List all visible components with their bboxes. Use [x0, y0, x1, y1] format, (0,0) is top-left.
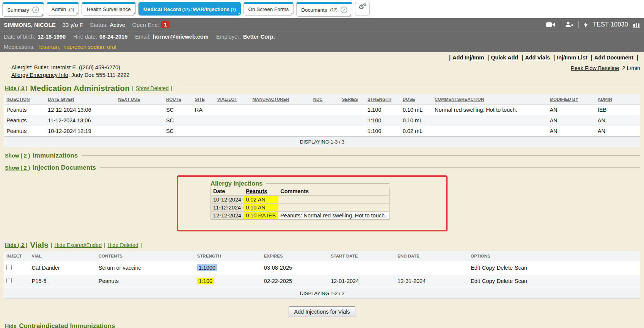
popout-icon[interactable]: ↗: [341, 6, 347, 13]
tab-medical-record-label: Medical Record (17) :MAR/Injections (7): [143, 6, 236, 12]
allergy-col-date: Date: [211, 187, 244, 196]
section-immunizations-header: Show ( 2 ) Immunizations: [4, 152, 640, 159]
tab-admin[interactable]: Admin (4): [47, 2, 79, 16]
mar-col-route[interactable]: ROUTE: [166, 97, 181, 102]
edit-link[interactable]: Edit: [471, 265, 480, 271]
strength-highlight-yellow: 1:100: [197, 278, 214, 284]
mar-col-dose[interactable]: DOSE: [403, 97, 415, 102]
lightning-icon[interactable]: [584, 22, 588, 28]
admin-initials-link[interactable]: AN: [258, 197, 265, 203]
tab-summary[interactable]: Summary ↗: [2, 2, 44, 17]
allergy-emergency-link[interactable]: Allergy Emergency Info: [11, 72, 68, 78]
vials-col-expires[interactable]: EXPIRES: [264, 254, 283, 258]
dose-link[interactable]: 0.10: [246, 212, 256, 219]
table-row[interactable]: Peanuts 12-12-2024 13:06 SC RA 1:100 0.1…: [4, 104, 641, 115]
popout-icon[interactable]: ↗: [32, 6, 39, 13]
section-injection-documents-header: Show ( 2 ) Injection Documents: [4, 164, 640, 172]
divider: [560, 21, 560, 28]
mar-col-admin[interactable]: ADMIN: [598, 97, 612, 102]
delete-link[interactable]: Delete: [497, 278, 513, 284]
medication-link[interactable]: losartan: [39, 44, 62, 50]
copy-link[interactable]: Copy: [482, 265, 495, 271]
vials-col-strength[interactable]: STRENGTH: [197, 254, 221, 258]
quick-add-link[interactable]: Quick Add: [491, 55, 518, 61]
mar-col-injection[interactable]: INJECTION: [6, 97, 30, 102]
table-row: Cat Dander Serum or vaccine 1:1000 03-08…: [4, 261, 641, 275]
copy-link[interactable]: Copy: [482, 278, 495, 284]
delete-link[interactable]: Delete: [497, 265, 513, 271]
mar-header-row: INJECTION DATE GIVEN NEXT DUE ROUTE SITE…: [4, 94, 641, 105]
tab-admin-count: (4): [69, 7, 74, 12]
vials-hide-toggle[interactable]: Hide ( 2 ): [5, 242, 27, 248]
dose-link[interactable]: 0.02: [246, 197, 256, 203]
inj-imm-list-link[interactable]: Inj/Imm List: [557, 55, 587, 61]
contraindicated-hide-toggle[interactable]: Hide: [5, 323, 16, 328]
mar-col-comments[interactable]: COMMENTS/REACTION: [435, 97, 484, 102]
mar-col-ndc[interactable]: NDC: [313, 97, 323, 102]
mar-col-vial-lot[interactable]: VIAL/LOT: [217, 97, 237, 102]
mar-col-manufacturer[interactable]: MANUFACTURER: [253, 97, 289, 102]
scan-link[interactable]: Scan: [515, 278, 527, 284]
peak-flow-baseline: Peak Flow Baseline2 L/min: [447, 65, 640, 71]
allergy-emergency-value: Judy Doe 555-111-2222: [71, 72, 129, 78]
mar-col-next-due[interactable]: NEXT DUE: [118, 97, 140, 102]
tab-documents[interactable]: Documents (12) ↗: [296, 2, 352, 17]
peak-flow-baseline-link[interactable]: Peak Flow Baseline: [571, 65, 619, 71]
inject-checkbox[interactable]: [6, 265, 12, 270]
mar-col-series[interactable]: SERIES: [342, 97, 358, 102]
vials-displaying-count: DISPLAYING 1-2 / 2: [4, 288, 641, 298]
allergist-link[interactable]: Allergist: [11, 64, 31, 70]
add-document-link[interactable]: Add Document: [594, 55, 633, 61]
video-camera-icon[interactable]: [546, 22, 555, 27]
medication-link[interactable]: naproxen sodium oral: [63, 44, 116, 50]
tab-medical-record[interactable]: Medical Record (17) :MAR/Injections (7): [138, 2, 241, 16]
hide-deleted-link[interactable]: Hide Deleted: [108, 242, 138, 248]
mar-hide-toggle[interactable]: Hide ( 3 ): [5, 85, 27, 91]
scan-link[interactable]: Scan: [515, 265, 527, 271]
immunizations-show-toggle[interactable]: Show ( 2 ): [5, 153, 30, 159]
tab-on-screen-forms[interactable]: On Screen Forms: [243, 2, 294, 16]
patient-employer: Employer: Better Corp.: [216, 34, 275, 40]
add-injections-for-vials-button[interactable]: Add Injections for Vials: [289, 306, 355, 317]
injection-documents-show-toggle[interactable]: Show ( 2 ): [5, 165, 30, 171]
tab-health-surveillance[interactable]: Health Surveillance: [82, 2, 135, 16]
edit-link[interactable]: Edit: [471, 278, 480, 284]
show-deleted-link[interactable]: Show Deleted: [136, 85, 169, 91]
add-user-icon[interactable]: [565, 22, 573, 28]
date-of-birth: Date of birth: 12-18-1990: [4, 34, 66, 40]
patient-header-tools: TEST-10030: [546, 21, 640, 28]
inject-checkbox[interactable]: [6, 278, 12, 283]
mar-col-date-given[interactable]: DATE GIVEN: [48, 97, 74, 102]
settings-button[interactable]: ⚙ ⚙: [355, 2, 370, 16]
open-encounter: Open Enc: 1: [132, 21, 170, 28]
webchart-mar-page: Summary ↗ Admin (4) Health Surveillance …: [0, 0, 644, 328]
mar-col-site[interactable]: SITE: [195, 97, 205, 102]
table-row[interactable]: Peanuts 11-12-2024 13:06 SC 1:100 0.10 m…: [4, 115, 641, 126]
medications-label: Medications:: [4, 44, 35, 50]
mar-col-modified-by[interactable]: MODIFIED BY: [550, 97, 578, 102]
vials-col-end-date[interactable]: END DATE: [397, 254, 419, 258]
vials-col-inject: INJECT: [4, 251, 30, 261]
tab-health-surveillance-label: Health Surveillance: [86, 6, 130, 12]
allergist-value: Butler, Internist E. ((260) 459-6270): [34, 64, 120, 70]
patient-medications-bar: Medications: losartan naproxen sodium or…: [0, 42, 644, 52]
add-inj-imm-link[interactable]: Add Inj/Imm: [452, 55, 484, 61]
vials-table-footer: DISPLAYING 1-2 / 2: [4, 288, 641, 298]
vials-col-start-date[interactable]: START DATE: [331, 254, 358, 258]
admin-initials-link[interactable]: AN: [258, 205, 265, 211]
table-row[interactable]: Peanuts 10-12-2024 12:19 SC 1:100 0.02 m…: [4, 126, 641, 137]
mar-col-strength[interactable]: STRENGTH: [368, 97, 391, 102]
chart-icon[interactable]: [633, 22, 640, 28]
vials-col-contents[interactable]: CONTENTS: [99, 254, 123, 258]
section-contraindicated-immunizations-header: Hide Contraindicated Immunizations: [4, 322, 640, 328]
admin-initials-link[interactable]: IEB: [267, 212, 276, 219]
dose-link[interactable]: 0.10: [246, 205, 256, 211]
vial-options: EditCopyDeleteScan: [468, 275, 640, 288]
allergy-injections-header-row: Date Peanuts Comments: [211, 187, 390, 196]
patient-id: TEST-10030: [593, 21, 628, 28]
add-vials-link[interactable]: Add Vials: [525, 55, 550, 61]
hide-expired-ended-link[interactable]: Hide Expired/Ended: [54, 242, 102, 248]
tab-on-screen-forms-label: On Screen Forms: [248, 6, 289, 12]
open-encounter-badge[interactable]: 1: [161, 21, 170, 28]
vials-col-vial[interactable]: VIAL: [32, 254, 42, 258]
